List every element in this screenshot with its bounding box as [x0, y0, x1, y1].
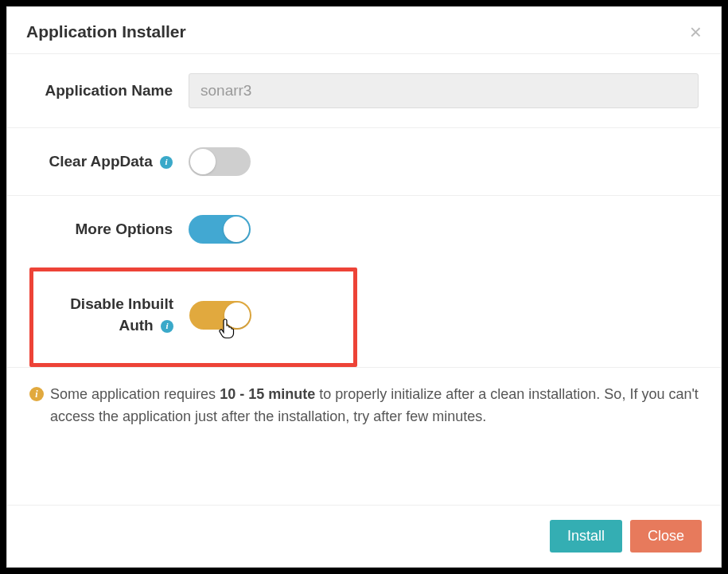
toggle-knob	[224, 217, 249, 242]
label-disable-auth-line2: Auth	[119, 317, 153, 334]
close-button[interactable]: Close	[630, 520, 702, 553]
highlighted-section: Disable Inbuilt Auth i	[29, 267, 357, 367]
label-disable-auth: Disable Inbuilt Auth i	[37, 294, 189, 336]
label-application-name: Application Name	[29, 80, 189, 102]
info-icon: i	[29, 387, 44, 401]
note-bold: 10 - 15 minute	[220, 386, 315, 402]
install-note: i Some application requires 10 - 15 minu…	[7, 367, 721, 436]
info-icon[interactable]: i	[160, 156, 173, 169]
label-clear-appdata: Clear AppData i	[29, 151, 189, 173]
row-clear-appdata: Clear AppData i	[7, 128, 721, 196]
label-more-options: More Options	[29, 219, 189, 240]
modal-header: Application Installer ×	[7, 7, 721, 54]
modal-body: Application Name Clear AppData i More Op…	[7, 54, 721, 505]
row-more-options: More Options	[7, 196, 721, 263]
row-application-name: Application Name	[7, 54, 721, 128]
label-disable-auth-line1: Disable Inbuilt	[70, 295, 173, 312]
install-note-text: Some application requires 10 - 15 minute…	[50, 384, 699, 428]
close-icon[interactable]: ×	[690, 21, 702, 42]
info-icon[interactable]: i	[161, 320, 173, 333]
modal-title: Application Installer	[26, 22, 186, 41]
toggle-knob	[224, 303, 250, 328]
toggle-knob	[190, 149, 216, 174]
more-options-toggle[interactable]	[189, 215, 251, 244]
install-button[interactable]: Install	[550, 520, 622, 553]
modal-footer: Install Close	[7, 505, 721, 567]
label-clear-appdata-text: Clear AppData	[49, 153, 153, 170]
note-pre: Some application requires	[50, 386, 220, 402]
application-name-input[interactable]	[189, 73, 699, 108]
row-disable-inbuilt-auth: Disable Inbuilt Auth i	[33, 271, 353, 363]
clear-appdata-toggle[interactable]	[189, 147, 251, 176]
disable-auth-toggle[interactable]	[189, 301, 251, 330]
application-installer-modal: Application Installer × Application Name…	[6, 6, 722, 568]
